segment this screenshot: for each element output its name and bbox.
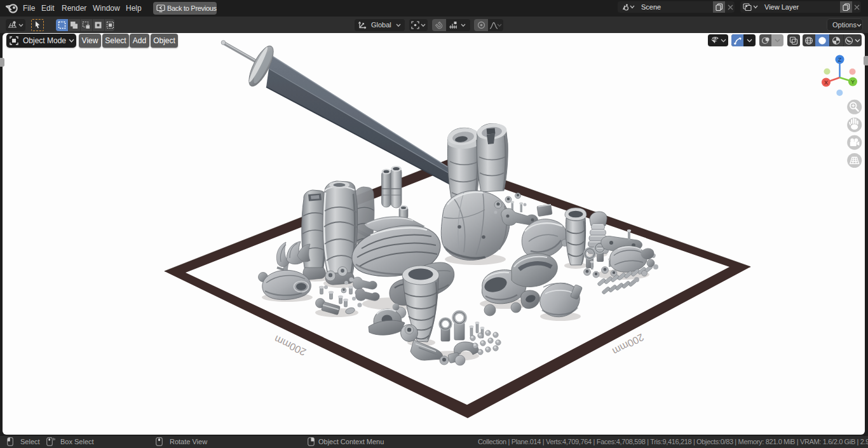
svg-text:Y: Y bbox=[851, 79, 855, 85]
svg-text:X: X bbox=[824, 79, 828, 86]
svg-text:Z: Z bbox=[838, 57, 842, 63]
